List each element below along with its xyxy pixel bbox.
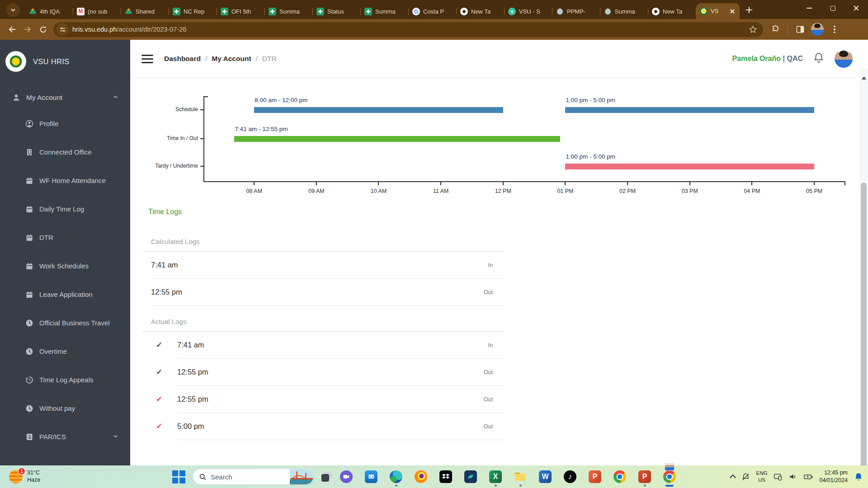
x-tick-label: 08 AM <box>239 188 269 194</box>
tab-title: New Ta <box>663 8 693 15</box>
chrome-browser-icon[interactable] <box>613 470 626 483</box>
gantt-bar-label: 1:00 pm - 5:00 pm <box>566 97 615 103</box>
browser-tab[interactable]: GCosta P <box>409 4 457 19</box>
notifications-bell-icon[interactable] <box>854 472 863 482</box>
browser-tab[interactable]: Summa <box>600 4 648 19</box>
sidebar-item-label: Without pay <box>39 404 75 412</box>
profile-button[interactable] <box>810 22 825 37</box>
x-axis-tick <box>254 182 255 185</box>
extensions-button[interactable] <box>768 22 783 37</box>
tab-close-icon[interactable] <box>729 8 736 15</box>
running-indicator <box>644 484 646 487</box>
forward-button[interactable] <box>20 22 35 37</box>
sidebar-item-connected-office[interactable]: Connected Office <box>0 138 130 166</box>
google-favicon-icon: G <box>412 8 420 15</box>
row-tick <box>200 138 203 139</box>
browser-tab[interactable]: OFI 5th <box>217 4 265 19</box>
firefox-browser-icon[interactable] <box>415 470 427 483</box>
bookmark-star-icon[interactable] <box>748 25 758 34</box>
x-axis-tick <box>565 182 566 185</box>
weather-text: 31°C Haze <box>27 469 40 483</box>
cast-screen-icon[interactable] <box>773 472 783 482</box>
haze-weather-icon: 1 <box>9 470 23 483</box>
browser-tab[interactable]: Summa <box>361 4 409 19</box>
tray-date: 04/01/2024 <box>819 477 848 484</box>
browser-tab[interactable]: New Ta <box>457 4 505 19</box>
sidebar-item-overtime[interactable]: Overtime <box>0 337 130 366</box>
forward-icon <box>23 25 32 34</box>
powerpoint-app-icon[interactable]: P <box>589 470 601 483</box>
minimize-button[interactable] <box>797 0 821 16</box>
mail-app-icon[interactable]: ✉ <box>365 470 377 483</box>
browser-tab[interactable]: 4th IQA <box>25 4 73 19</box>
tab-title: Summa <box>375 8 405 15</box>
tiktok-app-icon[interactable]: ♪ <box>564 470 576 483</box>
excel-app-icon[interactable]: X <box>489 470 502 483</box>
person-icon <box>12 94 20 102</box>
video-chat-app-icon[interactable] <box>340 470 353 483</box>
search-placeholder: Search <box>211 473 290 481</box>
file-explorer-icon[interactable] <box>514 470 527 483</box>
sidebar-item-label: Connected Office <box>39 148 92 156</box>
search-box[interactable]: Search <box>193 469 314 485</box>
browser-tab[interactable]: PPMP- <box>552 4 600 19</box>
chrome-browser-active-icon[interactable] <box>663 470 676 483</box>
sidebar-item-without-pay[interactable]: Without pay <box>0 394 130 422</box>
browser-tab[interactable]: VS <box>696 3 740 19</box>
address-bar[interactable]: hris.vsu.edu.ph/account/dtr/2023-07-26 <box>53 22 763 37</box>
do-not-disturb-bell-icon[interactable] <box>741 472 750 482</box>
scrollbar-thumb[interactable] <box>861 183 867 465</box>
log-time: 12:55 pm <box>151 288 182 296</box>
browser-tab[interactable]: Summa <box>265 4 313 19</box>
sidebar-item-my-account[interactable]: My Account <box>0 86 130 109</box>
tune-icon <box>59 26 66 33</box>
maximize-button[interactable] <box>821 0 844 16</box>
log-row: ✓12:55 pmOut <box>177 359 505 386</box>
tab-search-button[interactable] <box>6 3 20 17</box>
browser-menu-button[interactable] <box>827 22 842 37</box>
battery-charging-icon[interactable] <box>803 472 813 482</box>
new-tab-button[interactable] <box>743 4 755 16</box>
scrollbar-up-arrow[interactable] <box>862 74 866 80</box>
site-info-icon[interactable] <box>56 23 69 36</box>
close-button[interactable] <box>844 0 868 16</box>
reload-button[interactable] <box>35 22 51 37</box>
log-row: ✓12:55 pmOut <box>177 386 505 413</box>
speaker-icon[interactable] <box>788 472 797 481</box>
main-content: Dashboard / My Account / DTR Pamela Orañ… <box>130 40 868 465</box>
browser-tab[interactable]: Shared <box>121 4 169 19</box>
language-top: ENG <box>756 470 768 477</box>
browser-tab[interactable]: M(no sub <box>73 4 121 19</box>
sidebar-item-leave-application[interactable]: Leave Application <box>0 280 130 309</box>
scrollbar[interactable] <box>859 69 868 465</box>
x-axis-tick <box>316 182 317 185</box>
edge-browser-icon[interactable] <box>390 470 402 483</box>
language-indicator[interactable]: ENG US <box>756 470 768 483</box>
dropbox-app-icon[interactable] <box>439 470 452 483</box>
sidebar-item-par-ics[interactable]: PAR/ICS <box>0 422 130 451</box>
taskbar-center: Search ✉XW♪PP <box>172 465 676 488</box>
weather-widget[interactable]: 1 31°C Haze <box>9 469 40 483</box>
powerpoint-app-2-icon[interactable]: P <box>638 470 651 483</box>
task-view-button[interactable] <box>321 471 333 483</box>
side-panel-button[interactable] <box>793 22 808 37</box>
start-button[interactable] <box>172 470 185 483</box>
browser-tab[interactable]: vVSU - S <box>505 4 552 19</box>
sidebar-item-profile[interactable]: Profile <box>0 109 130 138</box>
sidebar-item-wf-home-attendance[interactable]: WF Home Attendance <box>0 166 130 195</box>
check-icon: ✓ <box>156 340 162 350</box>
sidebar-item-dtr[interactable]: DTR <box>0 223 130 252</box>
hidden-icons-button[interactable] <box>729 474 736 481</box>
back-button[interactable] <box>5 22 20 37</box>
clock-widget[interactable]: 12:45 pm 04/01/2024 <box>819 469 848 484</box>
sidebar-item-official-business-travel[interactable]: Official Business Travel <box>0 309 130 337</box>
browser-tab[interactable]: Status <box>313 4 361 19</box>
dev-app-icon[interactable] <box>464 470 477 483</box>
sidebar-item-time-log-appeals[interactable]: Time Log Appeals <box>0 366 130 394</box>
word-app-icon[interactable]: W <box>539 470 552 483</box>
x-tick-label: 04 PM <box>736 188 767 194</box>
browser-tab[interactable]: New Ta <box>648 4 696 19</box>
browser-tab[interactable]: NC Rep <box>169 4 217 19</box>
sidebar-item-daily-time-log[interactable]: Daily Time Log <box>0 195 130 223</box>
sidebar-item-work-schedules[interactable]: Work Schedules <box>0 252 130 280</box>
